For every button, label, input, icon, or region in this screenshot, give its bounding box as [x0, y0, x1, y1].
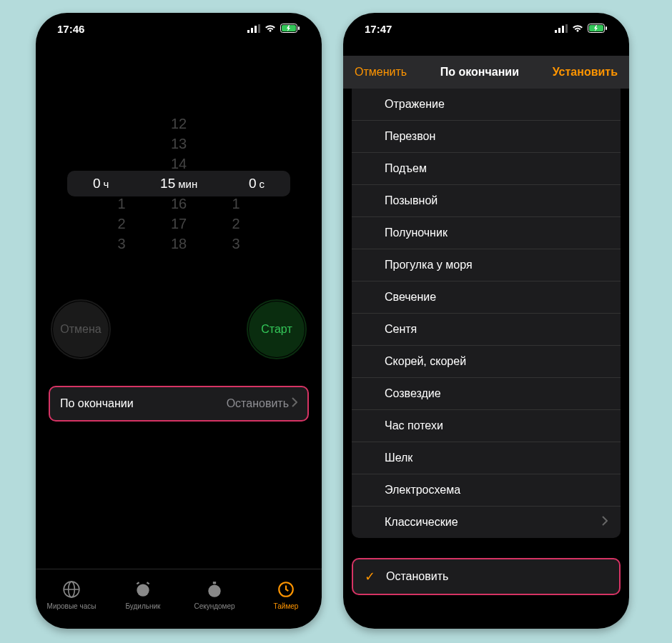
checkmark-icon: ✓: [365, 569, 377, 584]
sound-item[interactable]: Созвездие: [352, 378, 621, 410]
svg-rect-15: [558, 28, 560, 33]
status-bar: 17:47: [343, 13, 629, 44]
stop-playing-section: ✓ Остановить: [352, 558, 621, 595]
sound-item[interactable]: Позывной: [352, 185, 621, 217]
sound-item[interactable]: Прогулка у моря: [352, 249, 621, 281]
picker-selected: 0ч 15мин 0с: [67, 171, 290, 196]
end-value: Остановить: [227, 397, 297, 410]
sound-item-classic[interactable]: Классические: [352, 507, 621, 538]
svg-rect-20: [606, 26, 607, 30]
svg-rect-16: [562, 26, 564, 33]
signal-icon: [247, 23, 260, 35]
button-row: Отмена Старт: [36, 301, 322, 357]
status-icons: [247, 23, 300, 35]
status-time: 17:46: [57, 23, 84, 35]
tab-stopwatch[interactable]: Секундомер: [179, 569, 250, 620]
status-bar: 17:46: [36, 13, 322, 44]
signal-icon: [555, 23, 568, 35]
tab-alarm[interactable]: Будильник: [107, 569, 179, 620]
svg-rect-14: [555, 30, 557, 33]
minutes-unit: мин: [178, 178, 197, 190]
sound-item[interactable]: Полуночник: [352, 217, 621, 249]
svg-rect-12: [213, 582, 216, 584]
svg-rect-1: [251, 28, 253, 33]
sound-item[interactable]: Свечение: [352, 281, 621, 314]
alarm-icon: [134, 580, 152, 600]
status-icons: [555, 23, 608, 35]
timer-icon: [277, 580, 295, 600]
battery-icon: [588, 23, 608, 35]
svg-point-11: [208, 584, 220, 597]
timer-body: 0ч 15мин 0с · 1 2 3 12 13 14 · 16 17 18: [36, 44, 322, 629]
wifi-icon: [265, 23, 276, 35]
sound-item[interactable]: Шелк: [352, 442, 621, 474]
sound-item[interactable]: Сентя: [352, 314, 621, 346]
status-time: 17:47: [365, 23, 392, 35]
seconds-value: 0: [249, 176, 257, 191]
svg-rect-17: [565, 24, 568, 33]
tab-timer[interactable]: Таймер: [250, 569, 322, 620]
tab-bar: Мировые часы Будильник Секундомер Таймер: [36, 569, 322, 629]
modal-title: По окончании: [440, 66, 519, 79]
phone-sound-picker: 17:47 Отменить По окончании Установить О…: [343, 13, 629, 629]
sound-item[interactable]: Подъем: [352, 153, 621, 185]
stopwatch-icon: [205, 580, 224, 600]
sound-list[interactable]: Отражение Перезвон Подъем Позывной Полун…: [352, 89, 621, 538]
battery-icon: [280, 23, 300, 35]
sound-item[interactable]: Час потехи: [352, 410, 621, 442]
modal-header: Отменить По окончании Установить: [343, 56, 629, 89]
end-label: По окончании: [60, 397, 134, 410]
phone-timer: 17:46 0ч 15мин 0с · 1: [36, 13, 322, 629]
svg-point-10: [137, 584, 149, 596]
stop-playing-item[interactable]: ✓ Остановить: [353, 559, 619, 594]
cancel-button[interactable]: Отмена: [53, 301, 109, 357]
cancel-button[interactable]: Отменить: [355, 66, 407, 79]
sound-item[interactable]: Перезвон: [352, 121, 621, 153]
chevron-right-icon: [602, 516, 608, 529]
sound-item[interactable]: Отражение: [352, 89, 621, 121]
globe-icon: [62, 580, 81, 600]
start-button[interactable]: Старт: [249, 301, 305, 357]
svg-rect-0: [247, 30, 249, 33]
wifi-icon: [572, 23, 583, 35]
hours-unit: ч: [103, 178, 109, 190]
chevron-right-icon: [292, 397, 297, 410]
when-timer-ends-row[interactable]: По окончании Остановить: [49, 386, 309, 422]
set-button[interactable]: Установить: [553, 66, 618, 79]
svg-rect-3: [258, 24, 260, 33]
sound-item[interactable]: Скорей, скорей: [352, 346, 621, 378]
seconds-unit: с: [260, 178, 265, 190]
hours-value: 0: [93, 176, 101, 191]
svg-rect-6: [298, 26, 300, 30]
minutes-value: 15: [160, 176, 175, 191]
svg-rect-2: [255, 26, 257, 33]
sound-item[interactable]: Электросхема: [352, 474, 621, 507]
time-picker[interactable]: 0ч 15мин 0с · 1 2 3 12 13 14 · 16 17 18: [36, 109, 322, 259]
tab-world-clock[interactable]: Мировые часы: [36, 569, 107, 620]
